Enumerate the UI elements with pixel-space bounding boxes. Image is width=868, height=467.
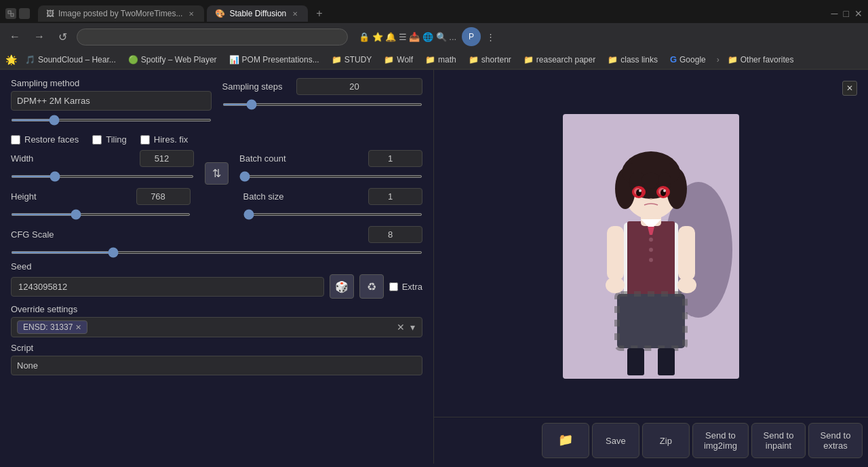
override-clear-button[interactable]: ✕	[395, 320, 406, 334]
width-input[interactable]	[140, 150, 194, 167]
batch-count-section: Batch count	[239, 150, 422, 185]
sampling-steps-section: Sampling steps 20	[222, 78, 423, 113]
batch-count-slider[interactable]	[239, 175, 422, 178]
bookmark-spotify[interactable]: 🟢 Spotify – Web Player	[124, 54, 221, 66]
height-spacer	[201, 200, 233, 211]
zip-button[interactable]: Zip	[642, 423, 690, 458]
bookmark-study[interactable]: 📁 STUDY	[328, 54, 376, 66]
override-tag-remove[interactable]: ✕	[75, 323, 81, 332]
batch-size-input[interactable]	[368, 188, 422, 205]
tiling-checkbox[interactable]: Tiling	[92, 134, 127, 145]
svg-point-27	[663, 189, 666, 192]
bookmark-math[interactable]: 📁 math	[421, 54, 460, 66]
menu-icon[interactable]: ⋮	[486, 32, 495, 42]
override-input-area: ENSD: 31337 ✕ ✕ ▾	[11, 317, 422, 337]
bookmark-shortenr[interactable]: 📁 shortenr	[465, 54, 515, 66]
swap-dimensions-button[interactable]: ⇅	[205, 162, 229, 185]
left-panel: Sampling method DPM++ 2M Karras Sampling…	[0, 70, 434, 464]
sampling-steps-input[interactable]: 20	[296, 78, 422, 95]
sampling-method-select[interactable]: DPM++ 2M Karras	[11, 91, 212, 111]
extra-checkbox-input[interactable]	[389, 282, 398, 291]
more-bookmarks-icon[interactable]: ›	[717, 55, 719, 64]
window-close-icon[interactable]: ✕	[854, 8, 863, 19]
tab-favicon-2: 🎨	[215, 9, 225, 18]
maximize-icon[interactable]	[19, 8, 30, 19]
sampling-steps-slider[interactable]	[222, 103, 423, 106]
override-dropdown-button[interactable]: ▾	[409, 320, 416, 334]
address-bar[interactable]: 127.0.0.1:7860	[77, 29, 348, 45]
height-slider[interactable]	[11, 213, 191, 216]
script-select[interactable]: None	[11, 356, 422, 375]
height-input[interactable]	[136, 188, 191, 205]
batch-count-slider-container	[239, 170, 422, 180]
bookmark-math-icon: 📁	[425, 55, 435, 64]
window-icon[interactable]	[5, 8, 16, 19]
bookmark-study-icon: 📁	[332, 55, 342, 64]
svg-point-26	[639, 189, 642, 192]
bookmark-other-favorites[interactable]: 📁 Other favorites	[724, 54, 798, 66]
batch-size-header: Batch size	[243, 188, 423, 205]
svg-rect-8	[627, 348, 644, 375]
bookmark-class-links[interactable]: 📁 class links	[604, 54, 662, 66]
hires-fix-checkbox[interactable]: Hires. fix	[140, 134, 189, 145]
image-close-button[interactable]: ✕	[842, 81, 857, 96]
batch-size-slider[interactable]	[243, 213, 423, 216]
bookmarks-bar: 🌟 🎵 SoundCloud – Hear... 🟢 Spotify – Web…	[0, 50, 868, 69]
open-folder-button[interactable]: 📁	[542, 423, 589, 458]
width-slider[interactable]	[11, 175, 194, 178]
restore-faces-checkbox[interactable]: Restore faces	[11, 134, 79, 145]
tab-label-1: Image posted by TwoMoreTimes...	[58, 9, 182, 18]
sampling-steps-header: Sampling steps 20	[222, 78, 423, 95]
main-content: Sampling method DPM++ 2M Karras Sampling…	[0, 70, 868, 464]
sampling-method-slider[interactable]	[11, 119, 212, 122]
dice-button[interactable]: 🎲	[330, 274, 354, 299]
bookmark-research-icon: 📁	[524, 55, 534, 64]
send-to-inpaint-button[interactable]: Send toinpaint	[751, 423, 806, 458]
back-button[interactable]: ←	[5, 29, 24, 44]
bookmark-spotify-icon: 🟢	[128, 55, 138, 64]
tab-stable-diffusion[interactable]: 🎨 Stable Diffusion ✕	[207, 5, 308, 22]
cfg-scale-header: CFG Scale	[11, 226, 422, 243]
send-to-extras-button[interactable]: Send toextras	[808, 423, 863, 458]
bookmark-google[interactable]: G Google	[666, 53, 710, 66]
tab-bar: 🖼 Image posted by TwoMoreTimes... ✕ 🎨 St…	[0, 0, 868, 23]
image-display: ✕	[439, 75, 863, 417]
seed-section: Seed 🎲 ♻ Extra	[11, 261, 422, 299]
refresh-button[interactable]: ↺	[54, 29, 71, 45]
tab-close-2[interactable]: ✕	[290, 10, 300, 18]
bookmark-pom-icon: 📊	[229, 55, 239, 64]
bookmark-wolf[interactable]: 📁 Wolf	[380, 54, 417, 66]
bookmark-pom[interactable]: 📊 POM Presentations...	[225, 54, 323, 66]
restore-faces-input[interactable]	[11, 135, 20, 145]
send-inpaint-label: Send toinpaint	[764, 430, 794, 451]
tab-close-1[interactable]: ✕	[186, 10, 196, 18]
batch-count-header: Batch count	[239, 150, 422, 167]
batch-count-input[interactable]	[368, 150, 422, 167]
bottom-action-bar: 📁 Save Zip Send toimg2img Send toinpaint…	[434, 417, 868, 464]
cfg-scale-slider[interactable]	[11, 251, 422, 254]
new-tab-button[interactable]: +	[311, 4, 328, 23]
image-close-icon: ✕	[846, 83, 853, 93]
save-label: Save	[606, 436, 626, 446]
svg-point-18	[642, 172, 660, 189]
tab-image-posted[interactable]: 🖼 Image posted by TwoMoreTimes... ✕	[38, 5, 204, 22]
save-button[interactable]: Save	[592, 423, 639, 458]
cfg-scale-input[interactable]	[368, 226, 422, 243]
tiling-input[interactable]	[92, 135, 102, 145]
bookmark-research[interactable]: 📁 reasearch paper	[519, 54, 599, 66]
seed-input-row: 🎲 ♻ Extra	[11, 274, 422, 299]
profile-icon[interactable]: P	[462, 27, 481, 46]
restore-icon[interactable]: □	[844, 8, 849, 19]
zip-label: Zip	[660, 436, 672, 446]
forward-button[interactable]: →	[30, 29, 49, 44]
send-to-img2img-button[interactable]: Send toimg2img	[692, 423, 749, 458]
svg-rect-6	[617, 294, 685, 348]
extra-checkbox[interactable]: Extra	[389, 282, 422, 292]
minimize-icon[interactable]: ─	[831, 8, 838, 19]
override-section: Override settings ENSD: 31337 ✕ ✕ ▾	[11, 304, 422, 337]
bookmark-soundcloud[interactable]: 🎵 SoundCloud – Hear...	[21, 54, 120, 66]
hires-fix-input[interactable]	[140, 135, 150, 145]
seed-input[interactable]	[11, 277, 324, 297]
recycle-button[interactable]: ♻	[359, 274, 384, 299]
batch-count-label: Batch count	[239, 153, 286, 164]
